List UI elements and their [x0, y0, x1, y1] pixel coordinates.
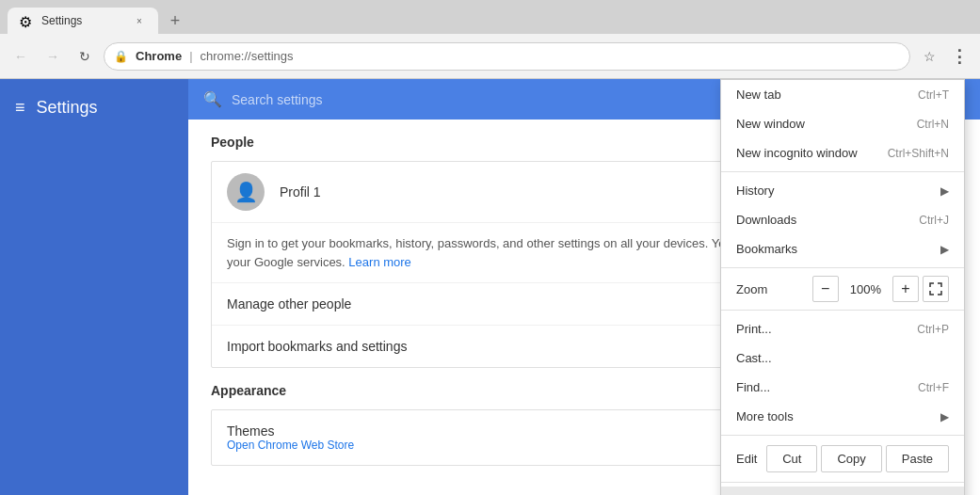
fullscreen-button[interactable] — [923, 276, 949, 302]
menu-item-more-tools-label: More tools — [736, 409, 794, 423]
paste-button[interactable]: Paste — [886, 445, 949, 472]
zoom-controls: − 100% + — [812, 276, 949, 302]
address-bar[interactable]: 🔒 Chrome | chrome://settings — [104, 42, 910, 71]
menu-item-find-label: Find... — [736, 380, 770, 394]
zoom-out-button[interactable]: − — [812, 276, 839, 302]
menu-divider-4 — [721, 435, 964, 436]
menu-item-more-tools-arrow: ▶ — [940, 410, 949, 423]
tab-favicon: ⚙ — [19, 13, 34, 28]
settings-sidebar: ≡ Settings — [0, 79, 188, 495]
sidebar-header: ≡ Settings — [0, 79, 188, 136]
menu-item-more-tools[interactable]: More tools ▶ — [721, 402, 964, 431]
chrome-menu: New tab Ctrl+T New window Ctrl+N New inc… — [720, 79, 965, 495]
learn-more-link[interactable]: Learn more — [348, 255, 410, 269]
menu-item-new-tab[interactable]: New tab Ctrl+T — [721, 80, 964, 109]
bookmark-star-button[interactable]: ☆ — [916, 43, 942, 70]
avatar: 👤 — [227, 173, 265, 211]
menu-item-new-tab-label: New tab — [736, 88, 781, 102]
lock-icon: 🔒 — [114, 50, 128, 63]
zoom-value: 100% — [843, 280, 889, 298]
refresh-button[interactable]: ↻ — [72, 43, 98, 70]
menu-item-settings[interactable]: Settings — [721, 487, 964, 495]
menu-item-downloads-shortcut: Ctrl+J — [919, 214, 949, 227]
menu-divider-1 — [721, 171, 964, 172]
menu-item-new-window-label: New window — [736, 117, 805, 131]
zoom-row: Zoom − 100% + — [721, 272, 964, 306]
copy-button[interactable]: Copy — [821, 445, 881, 472]
edit-label: Edit — [736, 452, 763, 466]
menu-item-cast[interactable]: Cast... — [721, 343, 964, 373]
menu-item-downloads-label: Downloads — [736, 213, 796, 227]
new-tab-button[interactable]: + — [162, 8, 188, 34]
menu-divider-2 — [721, 267, 964, 268]
avatar-icon: 👤 — [234, 181, 258, 203]
address-label: Chrome — [136, 49, 182, 63]
settings-tab[interactable]: ⚙ Settings × — [8, 8, 158, 34]
tab-close-button[interactable]: × — [132, 13, 147, 28]
address-separator: | — [189, 49, 192, 63]
menu-item-incognito-shortcut: Ctrl+Shift+N — [888, 147, 949, 160]
menu-item-bookmarks[interactable]: Bookmarks ▶ — [721, 234, 964, 263]
menu-item-incognito[interactable]: New incognito window Ctrl+Shift+N — [721, 138, 964, 168]
zoom-label: Zoom — [736, 282, 805, 296]
zoom-in-button[interactable]: + — [892, 276, 919, 302]
menu-item-find-shortcut: Ctrl+F — [918, 381, 949, 394]
menu-item-print-shortcut: Ctrl+P — [917, 323, 949, 336]
menu-divider-3 — [721, 310, 964, 311]
address-url: chrome://settings — [201, 49, 294, 63]
tab-title: Settings — [41, 14, 124, 27]
menu-item-cast-label: Cast... — [736, 351, 772, 365]
menu-item-history-arrow: ▶ — [940, 184, 949, 198]
menu-item-history[interactable]: History ▶ — [721, 176, 964, 205]
menu-item-incognito-label: New incognito window — [736, 146, 858, 160]
toolbar: ← → ↻ 🔒 Chrome | chrome://settings ☆ ⋮ — [0, 34, 980, 79]
page-content: ≡ Settings 🔍 People 👤 — [0, 79, 980, 495]
menu-item-history-label: History — [736, 184, 774, 198]
chrome-menu-button[interactable]: ⋮ — [946, 43, 972, 70]
menu-item-new-window-shortcut: Ctrl+N — [917, 118, 949, 131]
browser-frame: ⚙ Settings × + ← → ↻ 🔒 Chrome | chrome:/… — [0, 0, 980, 495]
back-button[interactable]: ← — [8, 43, 34, 70]
toolbar-right: ☆ ⋮ — [916, 43, 972, 70]
forward-button[interactable]: → — [40, 43, 66, 70]
menu-item-new-tab-shortcut: Ctrl+T — [918, 88, 949, 102]
cut-button[interactable]: Cut — [766, 445, 817, 472]
edit-row: Edit Cut Copy Paste — [721, 439, 964, 478]
menu-item-print-label: Print... — [736, 322, 772, 336]
search-icon: 🔍 — [203, 90, 222, 108]
hamburger-icon[interactable]: ≡ — [15, 98, 25, 118]
menu-item-print[interactable]: Print... Ctrl+P — [721, 314, 964, 343]
menu-item-bookmarks-arrow: ▶ — [940, 243, 949, 256]
menu-item-downloads[interactable]: Downloads Ctrl+J — [721, 205, 964, 234]
tab-bar: ⚙ Settings × + — [0, 0, 980, 34]
menu-item-find[interactable]: Find... Ctrl+F — [721, 373, 964, 402]
menu-item-bookmarks-label: Bookmarks — [736, 242, 797, 256]
menu-item-new-window[interactable]: New window Ctrl+N — [721, 109, 964, 138]
sidebar-title: Settings — [37, 98, 98, 118]
menu-divider-5 — [721, 482, 964, 483]
